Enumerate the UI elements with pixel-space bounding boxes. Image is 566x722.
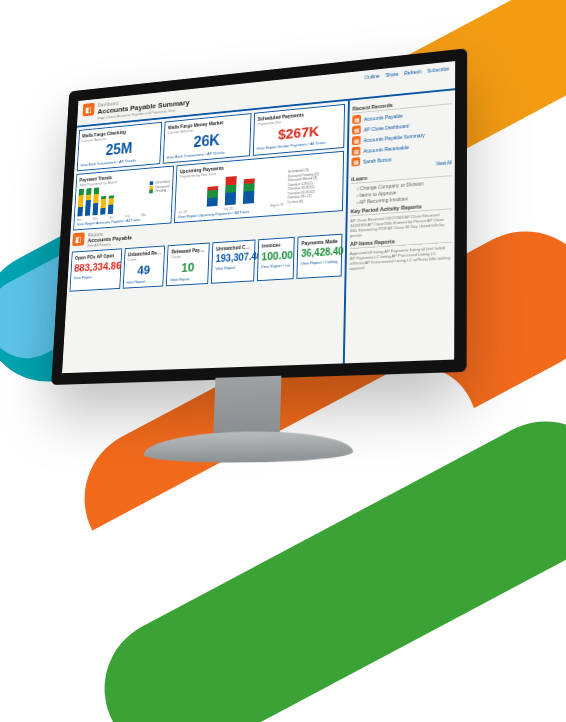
kpi-card[interactable]: Scheduled Payments Payments Due $267K Vi…	[253, 104, 345, 156]
record-icon: ▦	[352, 136, 361, 145]
sidebar: Recent Records ▦Accounts Payable▦AP Clos…	[343, 90, 455, 363]
kpi-card[interactable]: Unbatched Receipts Count 49 View Report	[122, 245, 165, 288]
kpi-card[interactable]: Unmatched Credits 193,307.40 View Report	[211, 239, 256, 283]
section-icon: ◧	[72, 232, 85, 246]
record-icon: ▦	[352, 115, 361, 124]
bar-chart	[77, 183, 147, 216]
kpi-footer[interactable]: View Report	[74, 273, 118, 280]
dashboard-main: Wells Fargo Checking Current Balance 25M…	[62, 101, 348, 373]
kpi-value: 193,307.40	[215, 251, 251, 264]
kpi-footer[interactable]: View Report • Last 90	[261, 263, 290, 270]
record-icon: ▦	[351, 157, 360, 166]
record-icon: ▦	[352, 146, 361, 155]
kpi-footer[interactable]: View Report	[170, 275, 205, 282]
app-icon: ◧	[82, 103, 94, 117]
monitor: ◧ Dashboard Accounts Payable Summary Sag…	[46, 48, 467, 464]
chart-card[interactable]: Payment Trends Total Payments by Month N…	[73, 166, 174, 231]
kpi-title: Payments Made	[301, 238, 338, 246]
kpi-value: 49	[126, 262, 161, 278]
kpi-value: 10	[170, 259, 205, 275]
kpi-title: Unmatched Credits	[216, 244, 252, 252]
kpi-card[interactable]: Wells Fargo Money Market Current Balance…	[163, 113, 252, 164]
kpi-value: 36,428.40	[301, 246, 338, 259]
kpi-card[interactable]: Payments Made 36,428.40 View Report • Tr…	[297, 234, 343, 279]
action-subscribe[interactable]: Subscribe	[427, 66, 449, 74]
monitor-stand	[213, 376, 281, 439]
action-outline[interactable]: Outline	[365, 73, 380, 80]
kpi-value: 883,334.86	[74, 260, 118, 274]
kpi-card[interactable]: Invoices 100.00 View Report • Last 90	[257, 237, 295, 281]
chart-card[interactable]: Upcoming Payments Payments by Due Date J…	[174, 151, 344, 223]
chart-legend: Scheduled (0)Discount Pending (0)Discoun…	[287, 166, 340, 207]
kpi-footer[interactable]: View Report • Trailing 3	[301, 259, 338, 266]
action-share[interactable]: Share	[385, 71, 398, 78]
kpi-card[interactable]: Open POs AP Open 883,334.86 View Report	[70, 248, 122, 291]
monitor-base	[143, 430, 353, 464]
kpi-footer[interactable]: View Report	[215, 264, 251, 271]
chart-legend: ScheduledProcessedPending	[148, 180, 169, 217]
kpi-value: 100.00	[261, 249, 290, 263]
kpi-card[interactable]: Released Payments Count 10 View Report	[166, 243, 210, 287]
header-actions: Outline Share Refresh Subscribe	[365, 66, 450, 81]
kpi-footer[interactable]: View Report	[126, 278, 160, 285]
kpi-title: Invoices	[262, 241, 291, 249]
sidebar-text: Approved bill listing AP Payments listin…	[349, 245, 451, 271]
kpi-card[interactable]: Wells Fargo Checking Current Balance 25M…	[77, 122, 162, 171]
action-refresh[interactable]: Refresh	[404, 68, 421, 76]
record-icon: ▦	[352, 125, 361, 134]
dashboard-screen: ◧ Dashboard Accounts Payable Summary Sag…	[51, 48, 467, 385]
